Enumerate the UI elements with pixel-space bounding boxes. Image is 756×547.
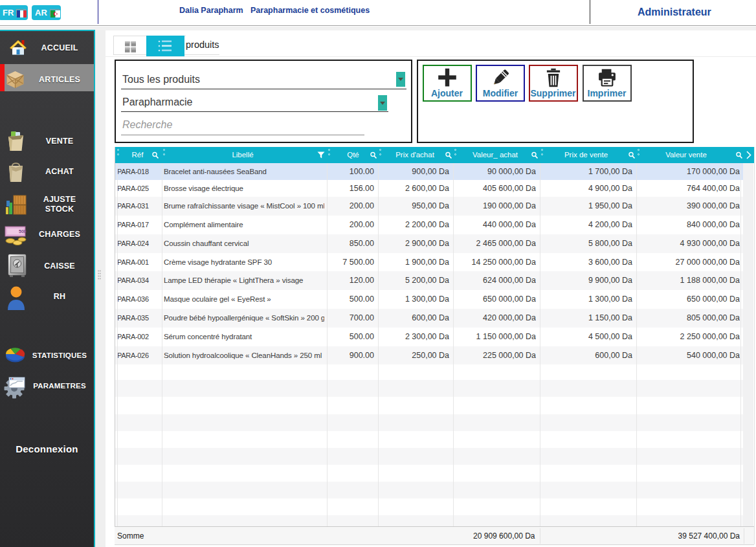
svg-text:500: 500 [19, 229, 27, 234]
